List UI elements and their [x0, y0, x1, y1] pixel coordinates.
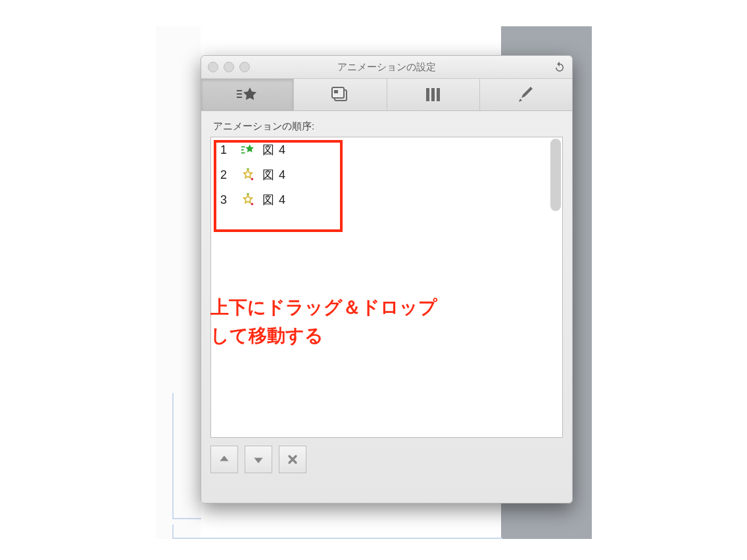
- list-item[interactable]: 3 図 4: [211, 187, 562, 212]
- item-index: 2: [220, 168, 239, 182]
- item-index: 1: [220, 143, 239, 157]
- emphasis-star-icon: [239, 168, 257, 182]
- emphasis-star-icon: [239, 193, 257, 207]
- svg-rect-0: [237, 90, 242, 91]
- svg-rect-1: [237, 93, 242, 95]
- tab-slide-properties[interactable]: [294, 79, 387, 110]
- toolbar: [201, 79, 572, 111]
- item-label: 図 4: [257, 192, 286, 208]
- tab-animation[interactable]: [201, 79, 294, 110]
- titlebar[interactable]: アニメーションの設定: [201, 56, 572, 79]
- window-title: アニメーションの設定: [201, 61, 572, 74]
- move-up-button[interactable]: [210, 446, 238, 473]
- animation-order-list[interactable]: 1 図 4 2 図 4 3: [210, 137, 563, 438]
- document-guide: [172, 525, 502, 539]
- item-label: 図 4: [257, 142, 286, 158]
- svg-rect-7: [431, 88, 435, 101]
- list-item[interactable]: 2 図 4: [211, 162, 562, 187]
- list-item[interactable]: 1 図 4: [211, 137, 562, 162]
- tab-master[interactable]: [387, 79, 480, 110]
- svg-rect-8: [437, 88, 440, 101]
- svg-point-15: [251, 203, 254, 206]
- svg-point-13: [251, 178, 254, 181]
- tab-settings[interactable]: [480, 79, 572, 110]
- move-down-button[interactable]: [245, 446, 272, 473]
- delete-button[interactable]: [279, 446, 306, 473]
- list-actions: [201, 438, 572, 481]
- scrollbar-thumb[interactable]: [550, 139, 561, 211]
- svg-rect-5: [334, 90, 338, 93]
- entrance-star-icon: [239, 143, 257, 157]
- animation-settings-panel: アニメーションの設定 アニメーションの順序:: [201, 55, 573, 503]
- item-label: 図 4: [257, 167, 286, 183]
- svg-rect-6: [426, 88, 429, 101]
- svg-rect-2: [237, 97, 242, 98]
- undo-icon[interactable]: [554, 61, 566, 73]
- item-index: 3: [220, 193, 239, 207]
- section-label: アニメーションの順序:: [213, 120, 572, 133]
- document-guide: [172, 393, 201, 519]
